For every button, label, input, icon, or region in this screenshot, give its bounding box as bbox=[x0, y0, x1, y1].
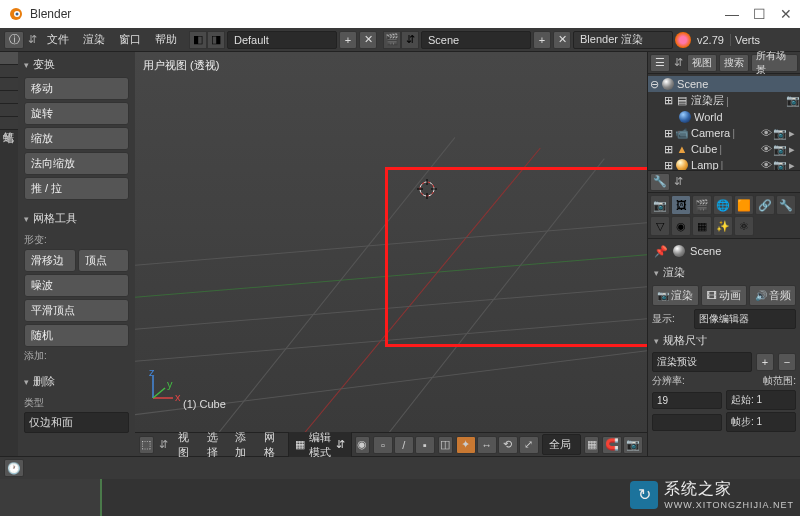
manipulator-scale-icon[interactable]: ⤢ bbox=[519, 436, 539, 454]
cursor-icon[interactable]: ▸ bbox=[786, 159, 798, 172]
tab-world-icon[interactable]: 🌐 bbox=[713, 195, 733, 215]
3d-viewport[interactable]: 用户视图 (透视) bbox=[135, 52, 647, 432]
tab-data-icon[interactable]: ▽ bbox=[650, 216, 670, 236]
render-preview-icon[interactable]: 📷 bbox=[623, 436, 643, 454]
info-editor-icon[interactable]: ⓘ bbox=[4, 31, 24, 49]
view-menu[interactable]: 视图 bbox=[173, 430, 199, 460]
push-pull-button[interactable]: 推 / 拉 bbox=[24, 177, 129, 200]
render-preset-dropdown[interactable]: 渲染预设 bbox=[652, 352, 752, 372]
remove-preset-button[interactable]: − bbox=[778, 353, 796, 371]
editor-type-icon[interactable]: ⬚ bbox=[139, 436, 154, 454]
layout-prev-icon[interactable]: ◧ bbox=[189, 31, 207, 49]
render-button[interactable]: 📷渲染 bbox=[652, 285, 699, 306]
rotate-button[interactable]: 旋转 bbox=[24, 102, 129, 125]
scene-browse[interactable]: 🎬 ⇵ bbox=[383, 31, 419, 49]
tab-particles-icon[interactable]: ✨ bbox=[713, 216, 733, 236]
smooth-vertex-button[interactable]: 平滑顶点 bbox=[24, 299, 129, 322]
res-x-field[interactable]: 19 bbox=[652, 392, 722, 409]
tab-create[interactable]: 创建 bbox=[0, 65, 18, 78]
noise-button[interactable]: 噪波 bbox=[24, 274, 129, 297]
restrict-render-icon[interactable]: 📷 bbox=[773, 159, 785, 172]
frame-start-field[interactable]: 起始: 1 bbox=[726, 390, 796, 410]
scene-dropdown[interactable]: Scene bbox=[421, 31, 531, 49]
tab-physics[interactable]: 物理 bbox=[0, 104, 18, 117]
timeline-playhead[interactable] bbox=[100, 479, 102, 516]
disclosure-icon[interactable]: ⊞ bbox=[664, 94, 673, 107]
add-layout-button[interactable]: + bbox=[339, 31, 357, 49]
tab-grease[interactable]: 蜡笔 bbox=[0, 117, 18, 130]
layout-next-icon[interactable]: ◨ bbox=[207, 31, 225, 49]
eye-icon[interactable]: 👁 bbox=[760, 159, 772, 172]
eye-icon[interactable]: 👁 bbox=[760, 143, 772, 156]
menu-window[interactable]: 窗口 bbox=[113, 32, 147, 47]
screen-layout-dropdown[interactable]: Default bbox=[227, 31, 337, 49]
normal-scale-button[interactable]: 法向缩放 bbox=[24, 152, 129, 175]
outliner-item-camera[interactable]: ⊞ 📹 Camera | 👁📷▸ bbox=[648, 125, 800, 141]
disclosure-icon[interactable]: ⊞ bbox=[664, 127, 673, 140]
vertex-button[interactable]: 顶点 bbox=[78, 249, 130, 272]
tab-material-icon[interactable]: ◉ bbox=[671, 216, 691, 236]
pivot-icon[interactable]: ✦ bbox=[456, 436, 476, 454]
snap-icon[interactable]: 🧲 bbox=[602, 436, 622, 454]
timeline-track[interactable] bbox=[0, 479, 800, 516]
delete-header[interactable]: 删除 bbox=[20, 371, 133, 392]
render-engine-dropdown[interactable]: Blender 渲染 bbox=[573, 31, 673, 49]
restrict-render-icon[interactable]: 📷 bbox=[786, 94, 798, 107]
layers-icon[interactable]: ▦ bbox=[584, 436, 599, 454]
tab-texture-icon[interactable]: ▦ bbox=[692, 216, 712, 236]
outliner-item-lamp[interactable]: ⊞ Lamp | 👁📷▸ bbox=[648, 157, 800, 171]
limit-selection-icon[interactable]: ◫ bbox=[438, 436, 453, 454]
tab-scene-icon[interactable]: 🎬 bbox=[692, 195, 712, 215]
manipulator-translate-icon[interactable]: ↔ bbox=[477, 436, 497, 454]
minimize-button[interactable]: — bbox=[725, 6, 739, 22]
manipulator-rotate-icon[interactable]: ⟲ bbox=[498, 436, 518, 454]
orientation-dropdown[interactable]: 全局 bbox=[542, 434, 582, 455]
menu-render[interactable]: 渲染 bbox=[77, 32, 111, 47]
delete-layout-button[interactable]: ✕ bbox=[359, 31, 377, 49]
delete-type-dropdown[interactable]: 仅边和面 bbox=[24, 412, 129, 433]
vertex-select-icon[interactable]: ▫ bbox=[373, 436, 393, 454]
outliner-item-renderlayers[interactable]: ⊞ ▤ 渲染层 | 📷 bbox=[648, 92, 800, 109]
tab-object-icon[interactable]: 🟧 bbox=[734, 195, 754, 215]
outliner-filter-dropdown[interactable]: 所有场景 bbox=[751, 54, 798, 72]
edge-select-icon[interactable]: / bbox=[394, 436, 414, 454]
display-dropdown[interactable]: 图像编辑器 bbox=[694, 309, 796, 329]
mesh-menu[interactable]: 网格 bbox=[259, 430, 285, 460]
scale-button[interactable]: 缩放 bbox=[24, 127, 129, 150]
face-select-icon[interactable]: ▪ bbox=[415, 436, 435, 454]
cursor-icon[interactable]: ▸ bbox=[786, 127, 798, 140]
res-y-field[interactable] bbox=[652, 414, 722, 431]
tab-physics-icon[interactable]: ⚛ bbox=[734, 216, 754, 236]
render-section-header[interactable]: 渲染 bbox=[652, 263, 796, 282]
outliner-search-menu[interactable]: 搜索 bbox=[719, 54, 749, 72]
tab-modifiers-icon[interactable]: 🔧 bbox=[776, 195, 796, 215]
maximize-button[interactable]: ☐ bbox=[753, 6, 766, 22]
disclosure-icon[interactable]: ⊞ bbox=[664, 143, 673, 156]
random-button[interactable]: 随机 bbox=[24, 324, 129, 347]
tab-relations[interactable]: 关系 bbox=[0, 78, 18, 91]
animation-button[interactable]: 🎞动画 bbox=[701, 285, 748, 306]
outliner-editor-icon[interactable]: ☰ bbox=[650, 54, 670, 72]
tab-constraints-icon[interactable]: 🔗 bbox=[755, 195, 775, 215]
timeline-editor-icon[interactable]: 🕐 bbox=[4, 459, 24, 477]
eye-icon[interactable]: 👁 bbox=[760, 127, 772, 140]
cursor-icon[interactable]: ▸ bbox=[786, 143, 798, 156]
dimensions-section-header[interactable]: 规格尺寸 bbox=[652, 331, 796, 350]
mesh-tools-header[interactable]: 网格工具 bbox=[20, 208, 133, 229]
tab-render-icon[interactable]: 📷 bbox=[650, 195, 670, 215]
scene-chev-icon[interactable]: ⇵ bbox=[401, 31, 419, 49]
outliner-item-world[interactable]: World bbox=[648, 109, 800, 125]
tab-tools[interactable]: 工具 bbox=[0, 52, 18, 65]
tab-render-layers-icon[interactable]: 🖼 bbox=[671, 195, 691, 215]
select-menu[interactable]: 选择 bbox=[202, 430, 228, 460]
translate-button[interactable]: 移动 bbox=[24, 77, 129, 100]
display-mode-icon[interactable]: ◉ bbox=[355, 436, 370, 454]
transform-header[interactable]: 变换 bbox=[20, 54, 133, 75]
delete-scene-button[interactable]: ✕ bbox=[553, 31, 571, 49]
close-button[interactable]: ✕ bbox=[780, 6, 792, 22]
outliner-item-cube[interactable]: ⊞ ▲ Cube | 👁📷▸ bbox=[648, 141, 800, 157]
menu-help[interactable]: 帮助 bbox=[149, 32, 183, 47]
restrict-render-icon[interactable]: 📷 bbox=[773, 143, 785, 156]
add-preset-button[interactable]: + bbox=[756, 353, 774, 371]
menu-file[interactable]: 文件 bbox=[41, 32, 75, 47]
